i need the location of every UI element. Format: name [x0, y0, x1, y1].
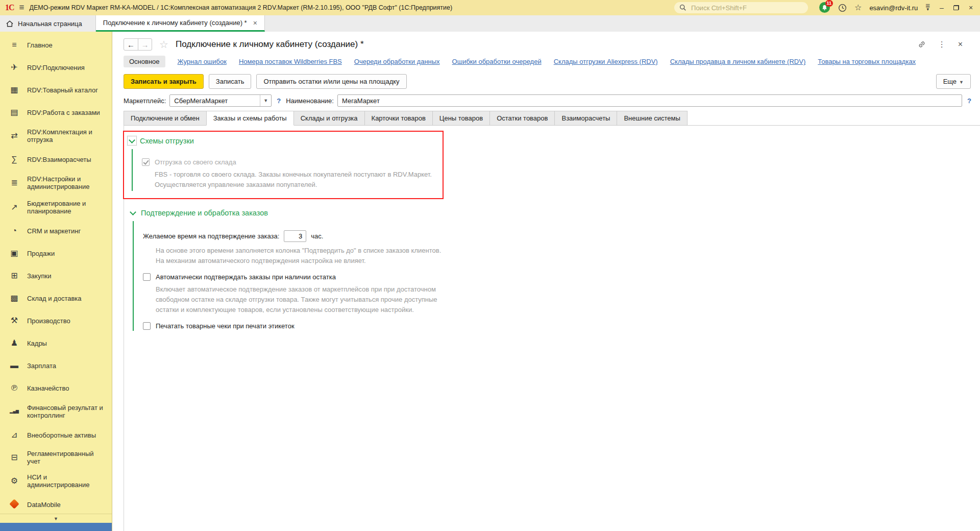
main-menu-icon[interactable]: ≡: [19, 3, 24, 13]
nav-link-4[interactable]: Склады отгрузки Aliexpress (RDV): [554, 58, 658, 65]
save-and-close-button[interactable]: Записать и закрыть: [124, 74, 204, 89]
sidebar-item-prodazhi[interactable]: ▣Продажи: [0, 242, 112, 264]
sidebar-item-reglament-uchet[interactable]: ⊟Регламентированный учет: [0, 446, 112, 469]
home-icon: [6, 20, 13, 27]
history-icon[interactable]: [838, 4, 847, 12]
own-warehouse-hint: FBS - торговля со своего склада. Заказы …: [155, 170, 443, 190]
minimize-button[interactable]: –: [938, 4, 946, 12]
send-stock-prices-button[interactable]: Отправить остатки и/или цены на площадку: [256, 74, 406, 89]
sidebar-item-rdv-tovarny-katalog[interactable]: ▦RDV:Товарный каталог: [0, 79, 112, 101]
form-tab-1[interactable]: Заказы и схемы работы: [206, 111, 294, 126]
sidebar-item-byudzhetirovanie[interactable]: ↗Бюджетирование и планирование: [0, 195, 112, 220]
sidebar-item-rdv-komplektaciya[interactable]: ⇄RDV:Комплектация и отгрузка: [0, 124, 112, 148]
nav-link-0[interactable]: Журнал ошибок: [178, 58, 227, 65]
group-shipping-schemes-body: Отгрузка со своего склада FBS - торговля…: [132, 149, 443, 191]
nav-link-main[interactable]: Основное: [124, 56, 165, 67]
close-form-icon[interactable]: ×: [958, 40, 963, 49]
more-button[interactable]: Еще▼: [936, 74, 971, 89]
favorites-star-icon[interactable]: ☆: [854, 4, 862, 12]
sidebar-item-vneoborotnye-aktivy[interactable]: ⊿Внеоборотные активы: [0, 424, 112, 446]
sidebar-item-finrezultat[interactable]: ▂▄▆Финансовый результат и контроллинг: [0, 399, 112, 424]
nav-link-5[interactable]: Склады продавца в личном кабинете (RDV): [670, 58, 806, 65]
marketplace-label: Маркетплейс:: [124, 97, 166, 105]
sidebar-item-zakupki[interactable]: ⊞Закупки: [0, 264, 112, 287]
auto-confirm-checkbox-row[interactable]: Автоматически подтверждать заказы при на…: [143, 273, 980, 281]
marketplace-help-icon[interactable]: ?: [275, 97, 282, 105]
nav-link-1[interactable]: Номера поставок Wildberries FBS: [239, 58, 342, 65]
sidebar-item-label: Главное: [27, 41, 53, 49]
sidebar-item-label: Закупки: [27, 272, 51, 280]
service-menu-icon[interactable]: ≡▼: [925, 4, 930, 12]
search-input[interactable]: [690, 4, 803, 12]
sidebar-item-kaznacheystvo[interactable]: ℗Казначейство: [0, 377, 112, 399]
sidebar-item-proizvodstvo[interactable]: ⚒Производство: [0, 309, 112, 332]
confirm-time-field[interactable]: [284, 230, 306, 242]
sidebar-item-label: НСИ и администрирование: [27, 473, 109, 489]
sidebar-item-glavnoe[interactable]: ≡Главное: [0, 34, 112, 56]
group-confirmation-header[interactable]: Подтверждение и обработка заказов: [129, 208, 980, 217]
form-tab-6[interactable]: Взаиморасчеты: [554, 111, 617, 126]
forward-button[interactable]: →: [138, 39, 152, 50]
sidebar-item-datamobile[interactable]: DataMobile: [0, 493, 112, 514]
confirm-time-unit: час.: [311, 232, 323, 240]
form-tab-5[interactable]: Остатки товаров: [489, 111, 555, 126]
add-favorite-star-icon[interactable]: ☆: [159, 38, 168, 51]
marketplace-select[interactable]: СберМегаМаркет ▼: [169, 94, 272, 107]
user-email[interactable]: esavin@rdv-it.ru: [869, 4, 918, 12]
confirm-time-hint: На основе этого времени заполняется коло…: [156, 246, 980, 266]
own-warehouse-checkbox-row[interactable]: Отгрузка со своего склада: [142, 158, 443, 166]
sidebar-item-crm-marketing[interactable]: ◔CRM и маркетинг: [0, 220, 112, 242]
sidebar-item-sklad-dostavka[interactable]: ▩Склад и доставка: [0, 287, 112, 309]
global-search[interactable]: [674, 2, 808, 13]
tab-connection-active[interactable]: Подключение к личному кабинету (создание…: [96, 15, 265, 32]
chevron-down-icon: ▼: [54, 516, 58, 521]
ruble-circle-icon: ℗: [8, 384, 20, 392]
sidebar-item-kadry[interactable]: ♟Кадры: [0, 332, 112, 354]
name-help-icon[interactable]: ?: [966, 97, 973, 105]
tab-close-icon[interactable]: ×: [253, 19, 257, 27]
sidebar-item-rdv-vzaimoraschety[interactable]: ∑RDV:Взаиморасчеты: [0, 148, 112, 171]
close-window-button[interactable]: ×: [967, 4, 975, 12]
notifications-button[interactable]: 11: [819, 2, 830, 13]
sidebar-item-rdv-rabota-s-zakazami[interactable]: ▤RDV:Работа с заказами: [0, 101, 112, 124]
own-warehouse-checkbox: [142, 158, 150, 166]
tab-active-label: Подключение к личному кабинету (создание…: [103, 19, 247, 27]
group-confirmation-title: Подтверждение и обработка заказов: [141, 209, 268, 217]
sidebar-item-zarplata[interactable]: ▬Зарплата: [0, 354, 112, 377]
chevron-down-icon: [128, 136, 136, 145]
sidebar-item-rdv-nastroyki[interactable]: ≣RDV:Настройки и администрирование: [0, 171, 112, 195]
rocket-icon: ✈: [8, 63, 20, 71]
sidebar-item-nsi-administrirovanie[interactable]: ⚙НСИ и администрирование: [0, 469, 112, 493]
name-field[interactable]: [337, 94, 962, 107]
back-button[interactable]: ←: [124, 39, 138, 50]
catalog-grid-icon: ▦: [8, 86, 20, 94]
tab-home-page[interactable]: Начальная страница: [0, 15, 96, 32]
chevron-down-icon: ▼: [959, 80, 964, 85]
form-tab-7[interactable]: Внешние системы: [617, 111, 687, 126]
sidebar-scroll-down[interactable]: ▼: [0, 514, 112, 523]
1c-logo-icon: 1С: [5, 3, 14, 12]
print-receipts-checkbox-row[interactable]: Печатать товарные чеки при печати этикет…: [143, 322, 980, 330]
red-highlight-box: Схемы отгрузки Отгрузка со своего склада…: [123, 131, 444, 199]
form-tab-3[interactable]: Карточки товаров: [364, 111, 433, 126]
save-button[interactable]: Записать: [209, 74, 252, 89]
form-tab-2[interactable]: Склады и отгрузка: [293, 111, 365, 126]
chevron-down-icon[interactable]: ▼: [260, 95, 271, 106]
sidebar-item-rdv-podklyucheniya[interactable]: ✈RDV:Подключения: [0, 56, 112, 79]
cart-icon: ⊞: [8, 272, 20, 280]
form-tab-4[interactable]: Цены товаров: [432, 111, 490, 126]
nav-link-3[interactable]: Ошибки обработки очередей: [452, 58, 542, 65]
tab-home-label: Начальная страница: [18, 20, 82, 28]
own-warehouse-label: Отгрузка со своего склада: [155, 158, 236, 166]
card-icon: ▬: [8, 361, 20, 370]
sliders-icon: ≣: [8, 179, 20, 187]
nav-link-6[interactable]: Товары на торговых площадках: [818, 58, 916, 65]
form-tab-0[interactable]: Подключение и обмен: [124, 111, 207, 126]
form-toolbar: Записать и закрыть Записать Отправить ос…: [112, 71, 980, 93]
get-link-icon[interactable]: [918, 40, 926, 49]
more-actions-kebab-icon[interactable]: ⋮: [938, 40, 946, 49]
group-shipping-schemes-header[interactable]: Схемы отгрузки: [128, 136, 443, 145]
nav-link-2[interactable]: Очереди обработки данных: [354, 58, 440, 65]
sidebar-item-label: RDV:Работа с заказами: [27, 109, 100, 116]
restore-button[interactable]: [953, 5, 959, 10]
